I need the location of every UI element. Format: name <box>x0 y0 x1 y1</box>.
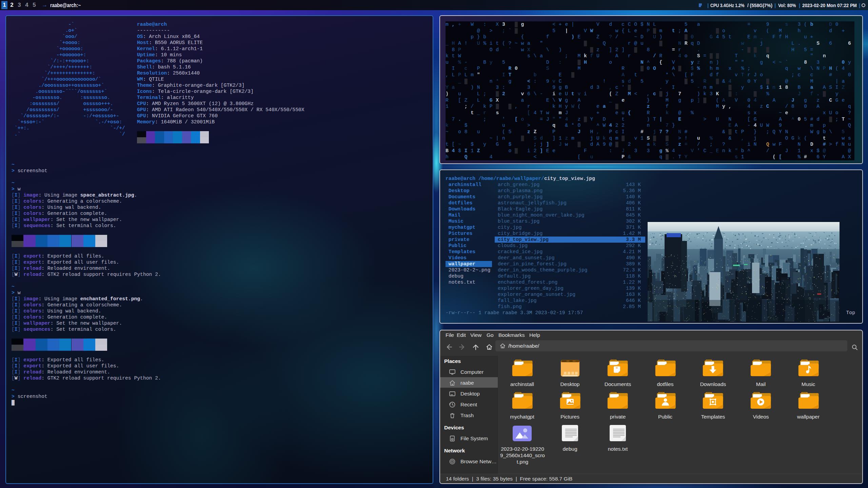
svg-text:“: “ <box>616 366 618 371</box>
